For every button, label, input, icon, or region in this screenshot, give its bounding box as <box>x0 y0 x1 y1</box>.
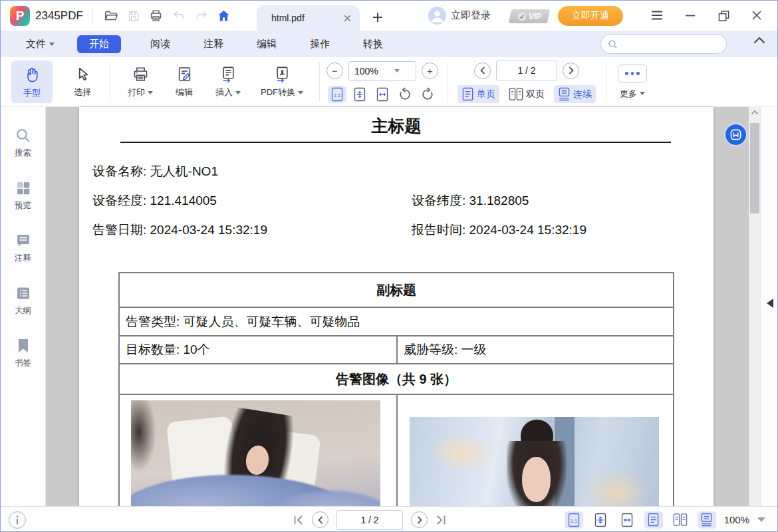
double-page-icon <box>509 87 523 101</box>
alarm-photo-1 <box>131 400 380 506</box>
double-page-toggle[interactable]: 双页 <box>505 85 549 103</box>
search-icon <box>15 127 31 144</box>
table-row-images <box>120 394 673 506</box>
statusbar-page-nav: 1 / 2 <box>293 510 446 530</box>
edit-tool-button[interactable]: 编辑 <box>164 61 205 103</box>
status-continuous-button[interactable] <box>698 511 716 529</box>
app-logo-letter: P <box>16 9 25 23</box>
fit-page-button[interactable] <box>350 86 369 103</box>
status-single-page-button[interactable] <box>644 511 663 529</box>
actual-size-icon: 1:1 <box>330 87 344 102</box>
status-page-indicator[interactable]: 1 / 2 <box>336 510 403 530</box>
home-button[interactable] <box>213 6 235 26</box>
redo-button[interactable] <box>190 6 213 26</box>
single-page-toggle[interactable]: 单页 <box>457 85 499 103</box>
last-page-button[interactable] <box>436 515 446 525</box>
sidebar-item-comments[interactable]: 注释 <box>15 233 31 264</box>
more-button[interactable]: 更多 <box>620 88 645 100</box>
restore-button[interactable] <box>713 6 733 25</box>
first-page-button[interactable] <box>293 515 304 525</box>
menu-operate[interactable]: 操作 <box>310 38 330 51</box>
minimize-button[interactable] <box>680 6 700 25</box>
status-zoom-value[interactable]: 100% <box>724 514 749 525</box>
sidebar-item-preview[interactable]: 预览 <box>15 180 31 211</box>
zoom-in-button[interactable]: + <box>422 63 438 79</box>
more-group: 更多 <box>618 65 647 100</box>
close-tab-icon[interactable] <box>343 14 352 23</box>
pdf-page[interactable]: 主标题 设备名称: 无人机-NO1 设备经度: 121.414005 设备纬度:… <box>79 107 713 506</box>
bookmark-icon <box>16 338 31 354</box>
more-tools-button[interactable] <box>618 65 647 83</box>
scrollbar-thumb[interactable] <box>750 123 759 213</box>
zoom-level-input[interactable] <box>354 66 394 76</box>
upgrade-button[interactable]: 立即开通 <box>558 6 623 26</box>
preview-grid-icon <box>15 180 31 196</box>
vertical-scrollbar[interactable] <box>749 107 760 506</box>
next-page-button[interactable] <box>563 63 579 79</box>
fit-width-icon <box>376 87 389 102</box>
divider <box>319 62 320 102</box>
zoom-in-icon: + <box>427 66 433 76</box>
vip-check-icon <box>517 12 527 21</box>
login-link[interactable]: 立即登录 <box>451 9 491 22</box>
insert-tool-button[interactable]: 插入 <box>205 61 251 103</box>
save-button[interactable] <box>122 6 145 26</box>
undo-button[interactable] <box>168 6 190 26</box>
close-window-button[interactable] <box>747 6 767 25</box>
document-info-button[interactable] <box>9 511 26 529</box>
continuous-toggle[interactable]: 连续 <box>554 85 596 103</box>
account-area[interactable]: 立即登录 <box>428 7 491 25</box>
menu-convert[interactable]: 转换 <box>363 38 383 51</box>
document-tab[interactable]: html.pdf <box>257 5 360 31</box>
pdf-convert-button[interactable]: PDF转换 <box>251 61 313 103</box>
doc-latitude: 设备纬度: 31.182805 <box>412 192 529 209</box>
sidebar-item-search[interactable]: 搜索 <box>15 127 31 159</box>
select-tool-button[interactable]: 选择 <box>62 61 103 103</box>
menu-edit[interactable]: 编辑 <box>257 38 277 51</box>
sidebar-item-outline[interactable]: 大纲 <box>15 285 31 317</box>
doc-alarm-type: 告警类型: 可疑人员、可疑车辆、可疑物品 <box>120 313 360 331</box>
app-window: P 2345PDF html.pdf 立即登录 <box>0 0 778 532</box>
hand-tool-button[interactable]: 手型 <box>11 61 53 103</box>
caret-down-icon[interactable] <box>757 517 765 522</box>
new-tab-button[interactable] <box>368 7 388 27</box>
rotate-left-icon <box>398 87 412 102</box>
prev-page-button[interactable] <box>474 63 491 79</box>
vip-badge[interactable]: VIP <box>509 9 550 23</box>
sidebar-item-bookmarks[interactable]: 书签 <box>15 338 31 369</box>
collapse-panel-icon[interactable] <box>767 299 773 308</box>
page-indicator[interactable]: 1 / 2 <box>496 61 557 80</box>
rotate-left-button[interactable] <box>396 86 414 103</box>
reading-position-button[interactable] <box>724 123 747 146</box>
search-box[interactable] <box>600 34 727 54</box>
sidebar-item-label: 大纲 <box>15 305 31 317</box>
print-button[interactable] <box>145 6 168 26</box>
status-fit-page-button[interactable] <box>591 511 610 529</box>
fit-width-button[interactable] <box>373 86 392 103</box>
menu-read[interactable]: 阅读 <box>150 38 170 51</box>
status-actual-size-button[interactable]: 1:1 <box>565 511 583 529</box>
print-tool-button[interactable]: 打印 <box>117 61 164 103</box>
svg-text:1:1: 1:1 <box>570 517 577 523</box>
menu-file-label: 文件 <box>26 38 46 51</box>
rotate-right-button[interactable] <box>418 86 437 103</box>
menu-home[interactable]: 开始 <box>77 35 121 53</box>
status-fit-width-button[interactable] <box>618 511 636 529</box>
caret-down-icon <box>235 91 241 94</box>
zoom-level-box[interactable] <box>348 61 416 81</box>
actual-size-button[interactable]: 1:1 <box>328 86 346 103</box>
open-file-button[interactable] <box>100 6 122 26</box>
status-double-page-button[interactable] <box>671 511 690 529</box>
photo-shape <box>522 457 551 502</box>
menu-annotate[interactable]: 注释 <box>203 38 223 51</box>
prev-page-button-status[interactable] <box>312 511 328 528</box>
next-page-button-status[interactable] <box>411 511 428 528</box>
search-input[interactable] <box>622 39 739 49</box>
app-name: 2345PDF <box>35 9 83 23</box>
divider <box>110 62 110 102</box>
main-menu-button[interactable] <box>647 6 667 25</box>
menu-file[interactable]: 文件 <box>26 38 55 51</box>
actual-size-icon: 1:1 <box>567 513 581 527</box>
zoom-out-button[interactable]: − <box>326 63 343 79</box>
collapse-toolbar-button[interactable] <box>753 36 765 44</box>
